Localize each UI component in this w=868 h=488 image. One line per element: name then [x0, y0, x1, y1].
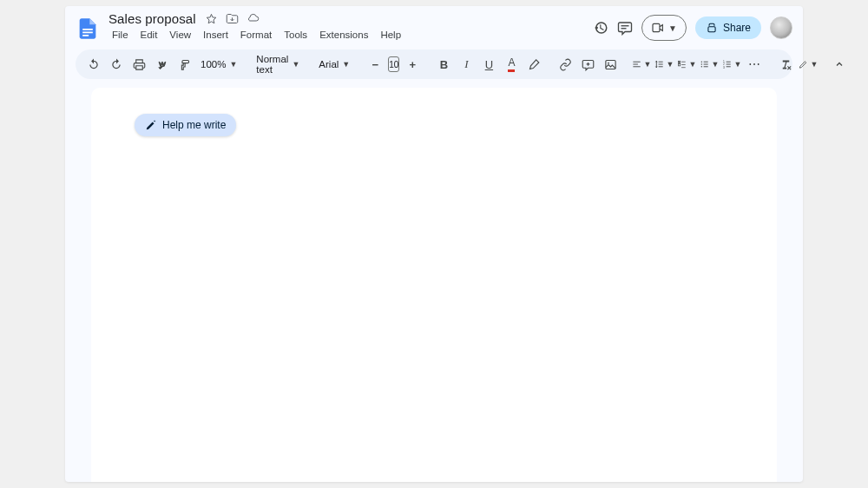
svg-rect-1 [82, 32, 93, 34]
undo-icon[interactable] [84, 54, 103, 75]
svg-rect-5 [708, 27, 715, 32]
star-icon[interactable] [205, 12, 219, 26]
paint-format-icon[interactable] [174, 54, 194, 75]
highlight-icon[interactable] [524, 54, 543, 75]
chevron-down-icon: ▼ [668, 23, 677, 33]
menu-help[interactable]: Help [375, 28, 406, 42]
underline-icon[interactable]: U [479, 54, 498, 75]
title-row: Sales proposal [107, 11, 406, 26]
align-icon[interactable]: ▼ [632, 54, 651, 75]
redo-icon[interactable] [107, 54, 126, 75]
app-window: Sales proposal File Edit View Insert For… [65, 6, 803, 482]
paragraph-style-dropdown[interactable]: Normal text▼ [253, 54, 303, 75]
bold-icon[interactable]: B [434, 54, 453, 75]
spellcheck-icon[interactable] [152, 54, 171, 75]
menu-extensions[interactable]: Extensions [314, 28, 373, 42]
cloud-status-icon[interactable] [247, 12, 260, 26]
menu-edit[interactable]: Edit [135, 28, 163, 42]
increase-font-icon[interactable]: + [403, 54, 422, 75]
help-me-write-label: Help me write [162, 119, 226, 131]
font-value: Arial [319, 59, 339, 69]
title-stack: Sales proposal File Edit View Insert For… [107, 11, 406, 42]
move-folder-icon[interactable] [226, 12, 240, 26]
text-color-icon[interactable]: A [502, 54, 521, 75]
chevron-down-icon: ▼ [666, 60, 674, 69]
chevron-down-icon: ▼ [711, 60, 719, 69]
toolbar: 100%▼ Normal text▼ Arial▼ − 10 + B I U A… [76, 49, 792, 79]
editing-mode-icon[interactable]: ▼ [799, 54, 818, 75]
clear-formatting-icon[interactable] [776, 54, 795, 75]
style-value: Normal text [256, 54, 288, 75]
bulleted-list-icon[interactable]: ▼ [700, 54, 719, 75]
canvas-area: Help me write [65, 79, 803, 482]
italic-icon[interactable]: I [457, 54, 476, 75]
zoom-value: 100% [201, 59, 226, 69]
svg-point-12 [701, 66, 702, 67]
chevron-down-icon: ▼ [733, 60, 741, 69]
avatar[interactable] [770, 16, 792, 39]
decrease-font-icon[interactable]: − [365, 54, 385, 75]
add-comment-icon[interactable] [578, 54, 597, 75]
docs-logo-icon[interactable] [76, 13, 100, 44]
insert-link-icon[interactable] [556, 54, 575, 75]
svg-point-11 [701, 63, 702, 64]
svg-text:3: 3 [723, 66, 725, 69]
line-spacing-icon[interactable]: ▼ [654, 54, 674, 75]
menu-tools[interactable]: Tools [279, 28, 312, 42]
svg-rect-2 [82, 35, 89, 36]
insert-image-icon[interactable] [601, 54, 620, 75]
titlebar-right: ▼ Share [593, 15, 792, 41]
share-button[interactable]: Share [695, 16, 761, 39]
svg-point-7 [608, 62, 609, 63]
comments-icon[interactable] [617, 20, 633, 36]
svg-point-10 [701, 62, 702, 63]
share-label: Share [723, 22, 751, 34]
svg-rect-0 [82, 29, 93, 30]
menu-view[interactable]: View [164, 28, 196, 42]
help-me-write-button[interactable]: Help me write [135, 114, 236, 136]
print-icon[interactable] [129, 54, 148, 75]
document-title[interactable]: Sales proposal [107, 11, 198, 26]
chevron-down-icon: ▼ [292, 60, 299, 69]
more-icon[interactable]: ⋯ [745, 54, 764, 75]
numbered-list-icon[interactable]: 123▼ [722, 54, 741, 75]
chevron-down-icon: ▼ [688, 60, 696, 69]
checklist-icon[interactable]: ▼ [677, 54, 696, 75]
menu-format[interactable]: Format [235, 28, 277, 42]
svg-rect-9 [679, 64, 681, 66]
chevron-down-icon: ▼ [643, 60, 651, 69]
font-dropdown[interactable]: Arial▼ [315, 59, 353, 69]
pencil-sparkle-icon [145, 119, 157, 131]
font-size-input[interactable]: 10 [388, 56, 399, 72]
menu-insert[interactable]: Insert [198, 28, 233, 42]
menu-file[interactable]: File [107, 28, 134, 42]
svg-rect-6 [606, 60, 615, 69]
chevron-down-icon: ▼ [810, 60, 818, 69]
chevron-down-icon: ▼ [342, 60, 350, 69]
meet-button[interactable]: ▼ [641, 15, 687, 41]
chevron-down-icon: ▼ [229, 60, 237, 69]
zoom-dropdown[interactable]: 100%▼ [197, 59, 240, 69]
collapse-toolbar-icon[interactable] [830, 54, 849, 75]
titlebar: Sales proposal File Edit View Insert For… [65, 6, 803, 44]
document-page[interactable]: Help me write [91, 88, 777, 482]
history-icon[interactable] [593, 20, 608, 36]
menubar: File Edit View Insert Format Tools Exten… [107, 28, 406, 42]
